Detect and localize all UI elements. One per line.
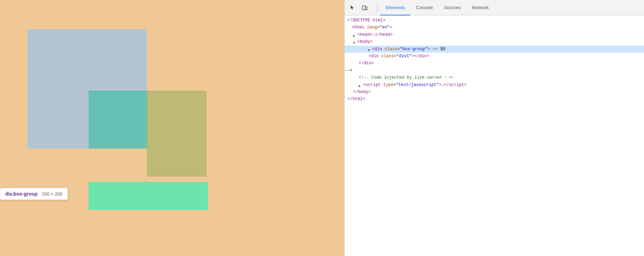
- devtools-icon-group: [347, 2, 370, 13]
- triangle-script[interactable]: [359, 83, 362, 87]
- tooltip-class: div.box-group: [5, 191, 38, 197]
- element-tooltip: div.box-group 200 × 200: [0, 188, 68, 200]
- devtools-panel: Elements Console Sources Network <!DOCTY…: [344, 0, 644, 256]
- code-line-comment: <!-- Code injected by live-server -->: [345, 74, 644, 81]
- tab-divider: [377, 4, 377, 12]
- triangle-div-box-group[interactable]: [368, 47, 371, 51]
- box-mint: [89, 182, 208, 210]
- device-toolbar-button[interactable]: [359, 2, 370, 13]
- devtools-elements-panel: <!DOCTYPE html> <html lang="en" > <head>…: [345, 15, 644, 256]
- code-line-html-close: </html>: [345, 96, 644, 103]
- code-line-head[interactable]: <head>…</head>: [345, 31, 644, 38]
- tab-console[interactable]: Console: [410, 0, 438, 15]
- svg-point-3: [366, 9, 367, 9]
- cursor-tool-button[interactable]: [347, 2, 358, 13]
- code-line-html: <html lang="en" >: [345, 24, 644, 31]
- box-olive: [147, 91, 207, 177]
- code-line-doctype: <!DOCTYPE html>: [345, 17, 644, 24]
- triangle-body[interactable]: [353, 40, 357, 44]
- code-line-div1[interactable]: <div class="div1" ></div>: [345, 53, 644, 60]
- code-line-body-close: </body>: [345, 88, 644, 96]
- tab-elements[interactable]: Elements: [380, 0, 410, 15]
- code-line-script[interactable]: <script type="text/javascript" >…</scrip…: [345, 81, 644, 88]
- svg-point-2: [363, 9, 364, 9]
- browser-viewport: div.box-group 200 × 200: [0, 0, 344, 256]
- box-teal: [89, 91, 148, 149]
- code-line-div-box-group[interactable]: ··· <div class="box-group" > == $0: [345, 46, 644, 53]
- dots-button[interactable]: ···: [359, 46, 366, 52]
- tab-network[interactable]: Network: [467, 0, 495, 15]
- tab-sources[interactable]: Sources: [438, 0, 467, 15]
- cursor-icon: [350, 5, 356, 11]
- tooltip-size: 200 × 200: [42, 191, 62, 197]
- triangle-head[interactable]: [353, 33, 357, 37]
- code-line-div-close: </div>: [345, 60, 644, 67]
- device-icon: [362, 5, 368, 11]
- devtools-tabs-bar: Elements Console Sources Network: [345, 0, 644, 15]
- code-line-body[interactable]: <body>: [345, 38, 644, 45]
